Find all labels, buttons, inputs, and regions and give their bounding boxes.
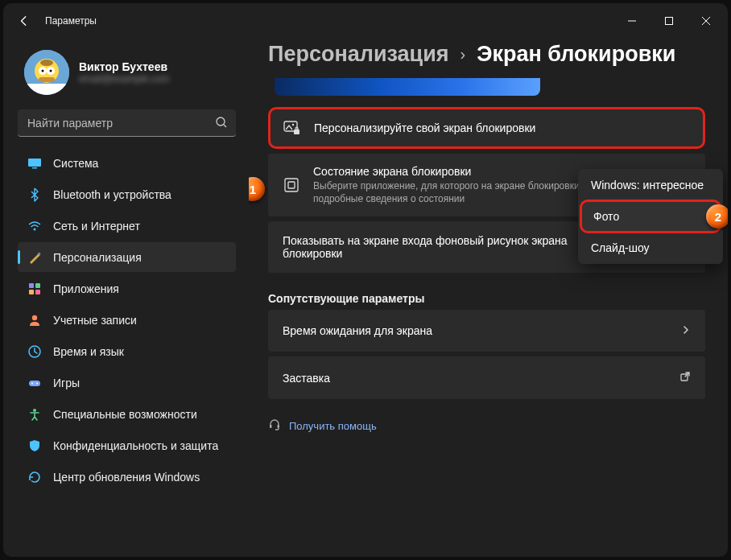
nav-time[interactable]: Время и язык [18, 336, 236, 366]
arrow-left-icon [19, 15, 30, 27]
screensaver-row[interactable]: Заставка [268, 356, 705, 399]
search-input[interactable] [18, 109, 236, 137]
sidebar: Виктор Бухтеев email@example.com Система… [3, 39, 249, 557]
svg-line-14 [224, 125, 226, 127]
nav-label: Учетные записи [53, 314, 137, 327]
accounts-icon [27, 313, 42, 327]
close-button[interactable] [688, 8, 725, 34]
svg-point-13 [217, 117, 225, 126]
nav-system[interactable]: Система [18, 148, 236, 178]
shield-icon [27, 439, 42, 453]
app-status-icon [283, 176, 300, 194]
wifi-icon [27, 219, 42, 233]
help-label: Получить помощь [289, 420, 377, 432]
nav: Система Bluetooth и устройства Сеть и Ин… [18, 148, 242, 492]
nav-apps[interactable]: Приложения [18, 274, 236, 303]
maximize-button[interactable] [650, 8, 688, 34]
svg-rect-35 [270, 425, 272, 428]
breadcrumb: Персонализация › Экран блокировки [268, 42, 705, 67]
nav-accounts[interactable]: Учетные записи [18, 305, 236, 335]
svg-rect-19 [29, 283, 34, 288]
svg-point-23 [32, 315, 37, 319]
accessibility-icon [27, 407, 42, 422]
nav-label: Bluetooth и устройства [53, 188, 171, 201]
nav-label: Центр обновления Windows [53, 471, 200, 484]
back-button[interactable] [13, 10, 35, 32]
related-settings-heading: Сопутствующие параметры [268, 292, 705, 305]
dropdown-item-label: Фото [593, 210, 619, 223]
screen-timeout-row[interactable]: Время ожидания для экрана [268, 310, 705, 352]
chevron-right-icon: › [460, 45, 466, 64]
user-email: email@example.com [79, 73, 169, 84]
paintbrush-icon [27, 250, 42, 265]
bluetooth-icon [27, 187, 42, 202]
svg-point-17 [34, 228, 36, 230]
svg-rect-15 [28, 159, 41, 167]
annotation-badge-2: 2 [706, 204, 728, 229]
svg-point-9 [42, 70, 44, 72]
get-help-link[interactable]: Получить помощь [268, 418, 705, 434]
maximize-icon [664, 16, 674, 26]
clock-icon [27, 344, 42, 359]
svg-rect-22 [35, 290, 40, 294]
svg-rect-36 [278, 425, 280, 428]
nav-label: Приложения [53, 282, 119, 295]
nav-bluetooth[interactable]: Bluetooth и устройства [18, 179, 236, 209]
monitor-icon [27, 156, 42, 171]
dropdown-item-photo[interactable]: Фото 2 [580, 200, 721, 233]
nav-personalization[interactable]: Персонализация [18, 242, 236, 272]
svg-rect-16 [32, 167, 37, 169]
svg-point-6 [40, 60, 53, 66]
nav-label: Конфиденциальность и защита [53, 439, 218, 452]
minimize-icon [627, 16, 637, 26]
nav-label: Система [53, 157, 98, 170]
nav-accessibility[interactable]: Специальные возможности [18, 399, 236, 429]
svg-rect-25 [29, 381, 40, 386]
minimize-button[interactable] [613, 8, 650, 34]
avatar [24, 50, 69, 95]
external-link-icon [679, 371, 691, 385]
svg-rect-1 [666, 18, 673, 25]
user-name: Виктор Бухтеев [79, 60, 169, 73]
dropdown-item-spotlight[interactable]: Windows: интересное [580, 171, 721, 200]
svg-point-10 [50, 70, 52, 72]
annotation-badge-1: 1 [249, 177, 265, 201]
picture-lock-icon [283, 119, 301, 137]
link-label: Время ожидания для экрана [283, 324, 432, 337]
search-icon [215, 116, 228, 132]
svg-rect-12 [24, 84, 69, 95]
window-title: Параметры [45, 15, 97, 27]
svg-point-30 [292, 124, 294, 126]
nav-update[interactable]: Центр обновления Windows [18, 462, 236, 492]
personalize-lockscreen-row[interactable]: Персонализируйте свой экран блокировки [268, 107, 705, 149]
dropdown-item-slideshow[interactable]: Слайд-шоу [580, 233, 721, 262]
nav-label: Игры [53, 377, 80, 389]
svg-point-26 [31, 382, 33, 384]
nav-label: Сеть и Интернет [53, 220, 140, 233]
svg-rect-20 [35, 283, 40, 288]
nav-label: Время и язык [53, 345, 124, 358]
lockscreen-preview [275, 78, 540, 96]
link-label: Заставка [283, 372, 330, 385]
breadcrumb-current: Экран блокировки [477, 42, 675, 67]
main-content: Персонализация › Экран блокировки 1 Перс… [249, 39, 728, 557]
svg-rect-11 [39, 77, 55, 82]
nav-privacy[interactable]: Конфиденциальность и защита [18, 430, 236, 460]
svg-rect-31 [294, 130, 299, 134]
nav-label: Персонализация [53, 251, 142, 264]
svg-rect-32 [285, 179, 298, 191]
update-icon [27, 470, 42, 484]
svg-rect-21 [29, 290, 34, 294]
breadcrumb-parent[interactable]: Персонализация [268, 42, 449, 67]
chevron-right-icon [681, 324, 691, 337]
toggle-label: Показывать на экране входа фоновый рисун… [283, 234, 607, 260]
gamepad-icon [27, 376, 42, 390]
lockscreen-source-dropdown: Windows: интересное Фото 2 Слайд-шоу [578, 169, 723, 264]
nav-network[interactable]: Сеть и Интернет [18, 211, 236, 241]
search-field[interactable] [18, 109, 236, 137]
svg-rect-33 [288, 182, 295, 188]
card-title: Персонализируйте свой экран блокировки [314, 121, 690, 134]
user-block[interactable]: Виктор Бухтеев email@example.com [18, 45, 242, 106]
titlebar: Параметры [3, 3, 728, 39]
nav-gaming[interactable]: Игры [18, 368, 236, 397]
